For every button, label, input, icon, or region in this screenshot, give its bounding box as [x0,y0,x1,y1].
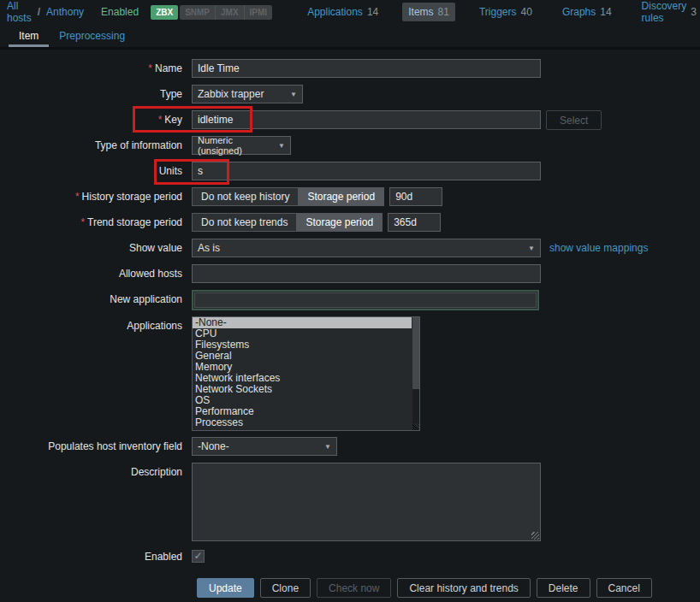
required-marker: * [158,114,163,126]
scrollbar-thumb[interactable] [412,317,419,389]
resize-handle-icon [531,532,539,540]
history-storage-row: *History storage period Do not keep hist… [0,187,700,207]
required-marker: * [75,191,80,203]
units-label: Units [0,162,187,177]
trend-storage-row: *Trend storage period Do not keep trends… [0,213,700,233]
listbox-resize-corner-icon [412,423,419,430]
tab-preprocessing[interactable]: Preprocessing [49,24,135,47]
form-action-button[interactable]: Update [197,578,254,598]
form-action-button[interactable]: Clone [260,578,311,598]
form-action-button[interactable]: Delete [537,578,590,598]
form-action-buttons: Update Clone Check now Clear history and… [197,578,700,598]
breadcrumb: All hosts / Anthony [7,0,84,24]
nav-item-label: Triggers [479,6,517,18]
application-option[interactable]: Processes [193,417,412,428]
name-label: Name [155,62,182,74]
show-value-selected: As is [198,242,220,254]
new-application-label: New application [0,290,187,305]
show-value-select[interactable]: As is ▼ [192,239,541,257]
units-row: Units [0,162,700,181]
host-status-label: Enabled [101,6,139,18]
type-of-information-value: Numeric (unsigned) [198,135,271,156]
description-label: Description [0,463,187,478]
key-label: Key [164,114,182,126]
trend-storage-label: Trend storage period [87,216,182,228]
name-row: *Name [0,59,700,79]
inventory-label: Populates host inventory field [0,437,187,452]
form-action-button[interactable]: Clear history and trends [397,578,530,598]
trend-storage-period-option[interactable]: Storage period [297,213,383,232]
nav-item-count: 14 [367,6,378,18]
breadcrumb-host-link[interactable]: Anthony [46,6,84,18]
enabled-label: Enabled [0,547,187,563]
enabled-checkbox[interactable]: ✓ [192,550,205,563]
breadcrumb-separator: / [38,6,40,18]
do-not-keep-trends-option[interactable]: Do not keep trends [192,213,297,232]
nav-item-count: 3 [691,6,697,18]
applications-label: Applications [0,316,187,332]
nav-item-label: Applications [307,6,363,18]
type-of-information-select[interactable]: Numeric (unsigned) ▼ [192,136,291,155]
nav-item[interactable]: Items 81 [402,3,455,21]
nav-item[interactable]: Graphs 14 [556,3,618,21]
key-input[interactable] [192,110,541,129]
trend-storage-toggle: Do not keep trends Storage period [192,213,383,232]
new-application-input[interactable] [194,292,537,308]
applications-row: Applications -None- CPU Filesystems Gene… [0,316,700,431]
tab-item[interactable]: Item [9,24,49,47]
form-tab-bar: Item Preprocessing [0,24,700,50]
inventory-select[interactable]: -None- ▼ [192,437,337,456]
trend-period-input[interactable] [388,213,441,232]
dropdown-arrow-icon: ▼ [290,91,297,98]
application-option[interactable]: -None- [193,317,412,328]
zbx-interface-badge: ZBX [151,5,178,20]
show-value-label: Show value [0,239,187,254]
units-input[interactable] [192,162,541,180]
allowed-hosts-input[interactable] [192,264,541,283]
type-select-value: Zabbix trapper [198,88,264,100]
jmx-interface-badge: JMX [215,5,244,20]
inactive-interface-badges: SNMP JMX IPMI [180,5,272,20]
type-select[interactable]: Zabbix trapper ▼ [192,85,303,103]
nav-item[interactable]: Discovery rules 3 [636,0,700,27]
new-application-row: New application [0,290,700,310]
nav-item-count: 81 [438,6,449,18]
dropdown-arrow-icon: ▼ [324,443,331,451]
nav-item-label: Items [408,6,433,18]
show-value-mappings-link[interactable]: show value mappings [549,239,648,254]
scrollbar [412,317,419,430]
history-period-input[interactable] [389,187,442,206]
item-form: *Name Type Zabbix trapper ▼ *Key Select … [0,50,700,598]
nav-item[interactable]: Applications 14 [301,3,384,21]
type-of-information-label: Type of information [0,136,187,151]
show-value-row: Show value As is ▼ show value mappings [0,239,700,258]
inventory-row: Populates host inventory field -None- ▼ [0,437,700,457]
dropdown-arrow-icon: ▼ [278,142,285,150]
form-action-button[interactable]: Cancel [596,578,652,598]
key-select-button[interactable]: Select [546,110,602,130]
ipmi-interface-badge: IPMI [244,5,273,20]
snmp-interface-badge: SNMP [180,5,215,20]
history-storage-period-option[interactable]: Storage period [299,187,384,206]
type-label: Type [0,85,187,100]
nav-item-label: Discovery rules [642,0,687,24]
history-storage-label: History storage period [82,191,182,203]
nav-item[interactable]: Triggers 40 [473,3,538,21]
name-input[interactable] [192,59,541,78]
form-action-button[interactable]: Check now [317,578,391,598]
check-icon: ✓ [193,550,202,562]
interface-badges: ZBX SNMP JMX IPMI [151,5,272,20]
required-marker: * [80,216,85,228]
inventory-selected: -None- [198,440,229,452]
applications-listbox: -None- CPU Filesystems General Memory Ne… [192,316,420,431]
description-textarea[interactable] [192,463,541,541]
host-entity-nav: Applications 14 Items 81 Triggers 40 Gra… [301,0,700,27]
type-row: Type Zabbix trapper ▼ [0,85,700,104]
key-row: *Key Select [0,110,700,130]
nav-item-count: 14 [600,6,611,18]
required-marker: * [148,62,152,74]
breadcrumb-all-hosts-link[interactable]: All hosts [7,0,32,24]
enabled-row: Enabled ✓ [0,547,700,567]
application-option[interactable]: Network Sockets [193,384,412,395]
do-not-keep-history-option[interactable]: Do not keep history [192,187,299,206]
